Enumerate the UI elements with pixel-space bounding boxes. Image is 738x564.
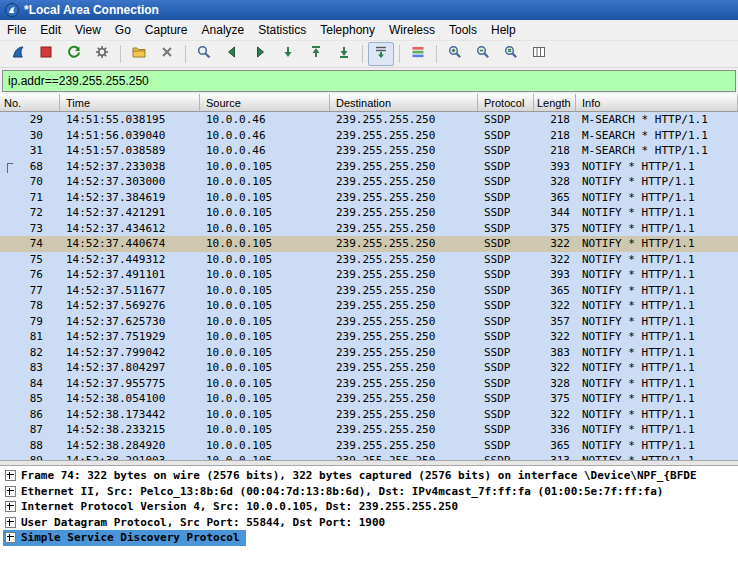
packet-row[interactable]: 8914:52:38.29100310.0.0.105239.255.255.2…: [0, 453, 738, 460]
packet-row[interactable]: 8614:52:38.17344210.0.0.105239.255.255.2…: [0, 407, 738, 423]
cell-info: NOTIFY * HTTP/1.1: [576, 190, 738, 206]
packet-row[interactable]: 7014:52:37.30300010.0.0.105239.255.255.2…: [0, 174, 738, 190]
menu-help[interactable]: Help: [484, 21, 523, 39]
packet-row[interactable]: 7314:52:37.43461210.0.0.105239.255.255.2…: [0, 221, 738, 237]
packet-row[interactable]: 7114:52:37.38461910.0.0.105239.255.255.2…: [0, 190, 738, 206]
packet-row[interactable]: 8214:52:37.79904210.0.0.105239.255.255.2…: [0, 345, 738, 361]
cell-time: 14:52:37.491101: [60, 267, 200, 283]
cell-length: 357: [534, 314, 576, 330]
cell-destination: 239.255.255.250: [330, 252, 478, 268]
go-first-button[interactable]: [303, 42, 329, 66]
menu-statistics[interactable]: Statistics: [251, 21, 313, 39]
start-capture-icon: [10, 44, 26, 64]
packet-row[interactable]: 6814:52:37.23303810.0.0.105239.255.255.2…: [0, 159, 738, 175]
cell-info: NOTIFY * HTTP/1.1: [576, 360, 738, 376]
packet-row[interactable]: 8814:52:38.28492010.0.0.105239.255.255.2…: [0, 438, 738, 454]
cell-destination: 239.255.255.250: [330, 360, 478, 376]
packet-detail-pane[interactable]: Frame 74: 322 bytes on wire (2576 bits),…: [0, 466, 738, 564]
cell-info: NOTIFY * HTTP/1.1: [576, 174, 738, 190]
cell-source: 10.0.0.105: [200, 283, 330, 299]
menu-analyze[interactable]: Analyze: [195, 21, 252, 39]
menu-wireless[interactable]: Wireless: [382, 21, 442, 39]
restart-capture-button[interactable]: [61, 42, 87, 66]
detail-tree-item[interactable]: Ethernet II, Src: Pelco_13:8b:6d (00:04:…: [0, 484, 738, 500]
zoom-in-button[interactable]: [442, 42, 468, 66]
menu-capture[interactable]: Capture: [138, 21, 195, 39]
start-capture-button[interactable]: [5, 42, 31, 66]
toolbar-separator: [120, 45, 121, 63]
packet-row[interactable]: 8114:52:37.75192910.0.0.105239.255.255.2…: [0, 329, 738, 345]
go-to-packet-button[interactable]: [275, 42, 301, 66]
detail-tree-item[interactable]: User Datagram Protocol, Src Port: 55844,…: [0, 515, 738, 531]
menu-go[interactable]: Go: [108, 21, 138, 39]
menu-tools[interactable]: Tools: [442, 21, 484, 39]
go-back-button[interactable]: [219, 42, 245, 66]
cell-info: NOTIFY * HTTP/1.1: [576, 376, 738, 392]
column-header-no[interactable]: No.: [0, 94, 60, 111]
packet-row[interactable]: 2914:51:55.03819510.0.0.46239.255.255.25…: [0, 112, 738, 128]
cell-protocol: SSDP: [478, 391, 534, 407]
detail-tree-item[interactable]: Internet Protocol Version 4, Src: 10.0.0…: [0, 499, 738, 515]
detail-tree-item[interactable]: Simple Service Discovery Protocol: [0, 530, 738, 546]
column-header-source[interactable]: Source: [200, 94, 330, 111]
cell-no: 87: [0, 422, 60, 438]
cell-length: 328: [534, 174, 576, 190]
close-file-button[interactable]: [154, 42, 180, 66]
packet-row[interactable]: 3114:51:57.03858910.0.0.46239.255.255.25…: [0, 143, 738, 159]
cell-time: 14:52:38.284920: [60, 438, 200, 454]
column-header-destination[interactable]: Destination: [330, 94, 478, 111]
cell-length: 322: [534, 298, 576, 314]
cell-info: NOTIFY * HTTP/1.1: [576, 438, 738, 454]
cell-info: NOTIFY * HTTP/1.1: [576, 267, 738, 283]
stop-capture-button[interactable]: [33, 42, 59, 66]
column-header-info[interactable]: Info: [576, 94, 738, 111]
cell-length: 365: [534, 438, 576, 454]
packet-row[interactable]: 8514:52:38.05410010.0.0.105239.255.255.2…: [0, 391, 738, 407]
titlebar[interactable]: *Local Area Connection: [0, 0, 738, 20]
resize-columns-button[interactable]: [526, 42, 552, 66]
cell-protocol: SSDP: [478, 267, 534, 283]
packet-row[interactable]: 7514:52:37.44931210.0.0.105239.255.255.2…: [0, 252, 738, 268]
zoom-original-button[interactable]: [498, 42, 524, 66]
cell-no: 79: [0, 314, 60, 330]
expand-plus-icon[interactable]: [5, 517, 16, 528]
packet-row[interactable]: 7714:52:37.51167710.0.0.105239.255.255.2…: [0, 283, 738, 299]
menu-edit[interactable]: Edit: [33, 21, 68, 39]
detail-tree-item[interactable]: Frame 74: 322 bytes on wire (2576 bits),…: [0, 468, 738, 484]
capture-options-button[interactable]: [89, 42, 115, 66]
expand-plus-icon[interactable]: [5, 501, 16, 512]
cell-protocol: SSDP: [478, 205, 534, 221]
cell-source: 10.0.0.105: [200, 453, 330, 460]
packet-row[interactable]: 7414:52:37.44067410.0.0.105239.255.255.2…: [0, 236, 738, 252]
column-header-time[interactable]: Time: [60, 94, 200, 111]
column-header-protocol[interactable]: Protocol: [478, 94, 534, 111]
cell-time: 14:51:56.039040: [60, 128, 200, 144]
packet-row[interactable]: 8414:52:37.95577510.0.0.105239.255.255.2…: [0, 376, 738, 392]
zoom-out-button[interactable]: [470, 42, 496, 66]
colorize-button[interactable]: [405, 42, 431, 66]
expand-plus-icon[interactable]: [5, 532, 16, 543]
packet-row[interactable]: 8714:52:38.23321510.0.0.105239.255.255.2…: [0, 422, 738, 438]
display-filter-input[interactable]: [2, 70, 736, 92]
expand-plus-icon[interactable]: [5, 486, 16, 497]
packet-row[interactable]: 3014:51:56.03904010.0.0.46239.255.255.25…: [0, 128, 738, 144]
packet-row[interactable]: 7914:52:37.62573010.0.0.105239.255.255.2…: [0, 314, 738, 330]
go-forward-button[interactable]: [247, 42, 273, 66]
expand-plus-icon[interactable]: [5, 470, 16, 481]
packet-row[interactable]: 7214:52:37.42129110.0.0.105239.255.255.2…: [0, 205, 738, 221]
cell-protocol: SSDP: [478, 236, 534, 252]
go-last-button[interactable]: [331, 42, 357, 66]
open-file-button[interactable]: [126, 42, 152, 66]
column-header-length[interactable]: Length: [534, 94, 576, 111]
menu-file[interactable]: File: [0, 21, 33, 39]
menu-telephony[interactable]: Telephony: [313, 21, 382, 39]
toolbar-separator: [362, 45, 363, 63]
find-packet-button[interactable]: [191, 42, 217, 66]
packet-row[interactable]: 8314:52:37.80429710.0.0.105239.255.255.2…: [0, 360, 738, 376]
packet-row[interactable]: 7814:52:37.56927610.0.0.105239.255.255.2…: [0, 298, 738, 314]
cell-no: 82: [0, 345, 60, 361]
packet-row[interactable]: 7614:52:37.49110110.0.0.105239.255.255.2…: [0, 267, 738, 283]
auto-scroll-button[interactable]: [368, 42, 394, 66]
menu-view[interactable]: View: [68, 21, 108, 39]
packet-list[interactable]: 2914:51:55.03819510.0.0.46239.255.255.25…: [0, 112, 738, 460]
